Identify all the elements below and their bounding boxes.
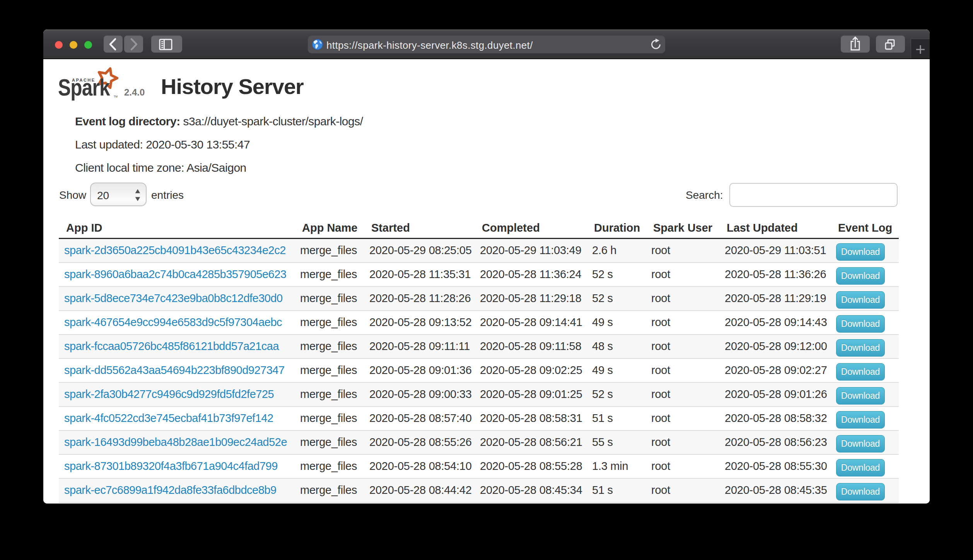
svg-text:TM: TM — [114, 95, 118, 98]
svg-text:Spark: Spark — [58, 74, 110, 101]
